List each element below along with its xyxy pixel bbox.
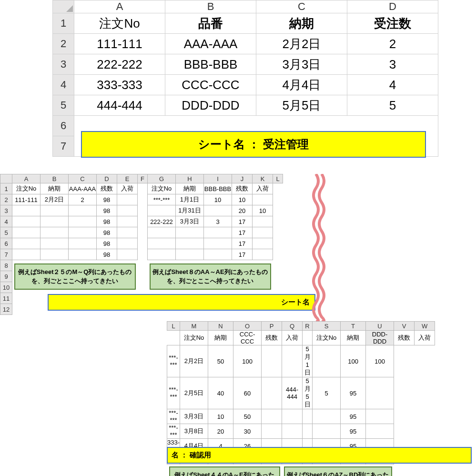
row-header[interactable]: 7 bbox=[53, 136, 74, 157]
cell[interactable]: 95 bbox=[341, 377, 366, 409]
cell[interactable]: BBB-BBB bbox=[204, 183, 232, 194]
cell[interactable]: ***-*** bbox=[148, 194, 176, 205]
cell[interactable]: ***-*** bbox=[167, 409, 180, 424]
cell[interactable] bbox=[282, 409, 303, 424]
cell[interactable] bbox=[69, 238, 97, 249]
cell[interactable]: ***-*** bbox=[167, 345, 180, 377]
cell[interactable]: 98 bbox=[97, 249, 117, 260]
cell[interactable]: 受注数 bbox=[347, 13, 438, 34]
cell[interactable]: 5月5日 bbox=[256, 95, 347, 116]
cell[interactable] bbox=[282, 424, 303, 439]
cell[interactable]: 17 bbox=[232, 249, 253, 260]
cell[interactable]: 60 bbox=[233, 377, 262, 409]
cell[interactable] bbox=[282, 345, 303, 377]
cell[interactable]: 注文No bbox=[74, 13, 165, 34]
col-header[interactable]: K bbox=[253, 174, 273, 183]
cell[interactable]: 3月3日 bbox=[256, 54, 347, 75]
cell[interactable]: 4月4日 bbox=[256, 75, 347, 95]
col-header[interactable]: A bbox=[74, 0, 165, 13]
cell[interactable]: 入荷 bbox=[117, 183, 138, 194]
col-header[interactable]: U bbox=[366, 322, 394, 331]
cell[interactable]: 4 bbox=[347, 75, 438, 95]
row-header[interactable]: 4 bbox=[0, 216, 12, 227]
col-header[interactable]: W bbox=[415, 322, 435, 331]
row-header[interactable]: 7 bbox=[0, 249, 12, 260]
row-header[interactable]: 3 bbox=[53, 54, 74, 75]
cell[interactable]: 2 bbox=[347, 34, 438, 54]
cell[interactable]: 222-222 bbox=[74, 54, 165, 75]
cell[interactable]: 98 bbox=[97, 227, 117, 238]
cell[interactable]: 17 bbox=[232, 227, 253, 238]
cell[interactable] bbox=[253, 249, 273, 260]
cell[interactable] bbox=[262, 424, 282, 439]
cell[interactable] bbox=[117, 238, 138, 249]
cell[interactable]: 111-111 bbox=[12, 194, 41, 205]
cell[interactable] bbox=[262, 409, 282, 424]
cell[interactable]: 1月31日 bbox=[176, 205, 204, 216]
cell[interactable] bbox=[69, 205, 97, 216]
cell[interactable] bbox=[69, 249, 97, 260]
cell[interactable] bbox=[117, 227, 138, 238]
cell[interactable] bbox=[176, 249, 204, 260]
cell[interactable]: DDD-DDD bbox=[165, 95, 256, 116]
col-header[interactable]: A bbox=[12, 174, 41, 183]
col-header[interactable]: B bbox=[165, 0, 256, 13]
cell[interactable]: 444-444 bbox=[282, 377, 303, 409]
cell[interactable]: 20 bbox=[208, 424, 233, 439]
cell[interactable] bbox=[117, 216, 138, 227]
cell[interactable]: 注文No bbox=[180, 331, 208, 345]
cell[interactable] bbox=[69, 216, 97, 227]
col-header[interactable]: O bbox=[233, 322, 262, 331]
cell[interactable] bbox=[204, 238, 232, 249]
cell[interactable]: 納期 bbox=[41, 183, 69, 194]
cell[interactable]: 98 bbox=[97, 205, 117, 216]
cell[interactable]: 20 bbox=[232, 205, 253, 216]
col-header[interactable]: J bbox=[232, 174, 253, 183]
cell[interactable] bbox=[148, 238, 176, 249]
cell[interactable]: 5月5日 bbox=[303, 377, 313, 409]
row-header[interactable]: 9 bbox=[0, 271, 12, 282]
cell[interactable]: ***-*** bbox=[167, 377, 180, 409]
cell[interactable]: BBB-BBB bbox=[165, 54, 256, 75]
cell[interactable] bbox=[117, 194, 138, 205]
cell[interactable]: 50 bbox=[208, 345, 233, 377]
cell[interactable]: 100 bbox=[366, 345, 394, 377]
cell[interactable]: 2 bbox=[69, 194, 97, 205]
cell[interactable]: 納期 bbox=[176, 183, 204, 194]
cell[interactable]: 入荷 bbox=[253, 183, 273, 194]
cell[interactable]: 残数 bbox=[262, 331, 282, 345]
cell[interactable] bbox=[12, 238, 41, 249]
row-header[interactable]: 5 bbox=[53, 95, 74, 116]
cell[interactable] bbox=[253, 227, 273, 238]
col-header[interactable]: V bbox=[394, 322, 415, 331]
cell[interactable] bbox=[303, 409, 313, 424]
cell[interactable] bbox=[253, 194, 273, 205]
cell[interactable] bbox=[148, 227, 176, 238]
cell[interactable] bbox=[12, 205, 41, 216]
col-header[interactable]: R bbox=[303, 322, 313, 331]
cell[interactable]: 111-111 bbox=[74, 34, 165, 54]
row-header[interactable]: 10 bbox=[0, 282, 12, 293]
cell[interactable] bbox=[12, 249, 41, 260]
cell[interactable]: 5月1日 bbox=[303, 345, 313, 377]
col-header[interactable]: C bbox=[256, 0, 347, 13]
cell[interactable]: 5 bbox=[313, 377, 341, 409]
cell[interactable] bbox=[366, 409, 394, 424]
cell[interactable]: 残数 bbox=[394, 331, 415, 345]
cell[interactable] bbox=[148, 249, 176, 260]
cell[interactable]: CCC-CCC bbox=[233, 331, 262, 345]
cell[interactable] bbox=[313, 345, 341, 377]
cell[interactable]: 10 bbox=[208, 409, 233, 424]
cell[interactable]: 注文No bbox=[12, 183, 41, 194]
col-header[interactable]: L bbox=[167, 322, 180, 331]
cell[interactable]: 100 bbox=[341, 345, 366, 377]
cell[interactable]: 入荷 bbox=[415, 331, 435, 345]
cell[interactable] bbox=[41, 227, 69, 238]
cell[interactable] bbox=[41, 205, 69, 216]
cell[interactable] bbox=[41, 249, 69, 260]
cell[interactable]: 3 bbox=[347, 54, 438, 75]
row-header[interactable]: 3 bbox=[0, 205, 12, 216]
cell[interactable]: 注文No bbox=[148, 183, 176, 194]
cell[interactable]: 3月3日 bbox=[180, 409, 208, 424]
row-header[interactable]: 12 bbox=[0, 304, 12, 315]
